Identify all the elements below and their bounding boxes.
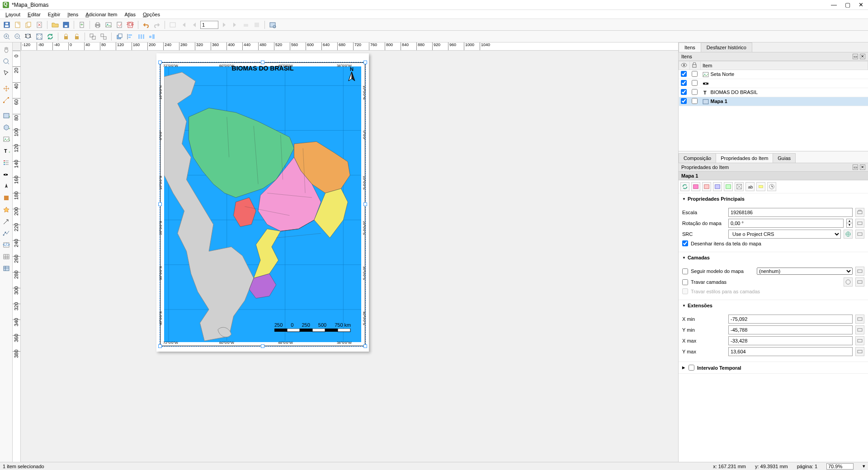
resize-handle[interactable]	[158, 344, 162, 348]
atlas-page-input[interactable]	[200, 21, 218, 29]
xmax-input[interactable]	[728, 336, 853, 345]
move-content-tool[interactable]	[1, 83, 12, 94]
duplicate-layout-button[interactable]	[24, 20, 33, 30]
zoom-tool[interactable]	[1, 56, 12, 67]
set-scale-button[interactable]	[713, 182, 722, 191]
labeling-button[interactable]: ab	[745, 182, 755, 191]
item-visible-checkbox[interactable]	[681, 98, 687, 104]
resize-handle[interactable]	[158, 202, 162, 206]
add-html-tool[interactable]: </>	[1, 240, 12, 250]
add-marker-tool[interactable]	[1, 204, 12, 215]
atlas-preview-button[interactable]	[168, 20, 178, 30]
tab-items[interactable]: Itens	[679, 42, 701, 52]
add-nodeitem-tool[interactable]	[1, 228, 12, 239]
select-tool[interactable]	[1, 68, 12, 79]
print-button[interactable]	[93, 20, 103, 30]
interactive-edit-button[interactable]	[735, 182, 744, 191]
section-header-extents[interactable]: Extensões	[679, 300, 868, 311]
group-button[interactable]	[88, 32, 98, 42]
resize-handle[interactable]	[363, 344, 367, 348]
tab-composition[interactable]: Composição	[679, 153, 716, 163]
export-image-button[interactable]	[104, 20, 113, 30]
align-button[interactable]	[125, 32, 135, 42]
export-pdf-button[interactable]: PDF	[125, 20, 135, 30]
draw-canvas-items-checkbox[interactable]	[682, 240, 688, 246]
item-lock-checkbox[interactable]	[692, 89, 698, 95]
list-item[interactable]: Mapa 1	[679, 97, 868, 106]
undo-button[interactable]	[141, 20, 151, 30]
menu-layout[interactable]: Layout	[2, 11, 24, 18]
layout-canvas[interactable]: BIOMAS DO BRASIL N 72°0'0"W 60°0'0"W 48°…	[21, 51, 678, 462]
clip-button[interactable]	[756, 182, 765, 191]
ungroup-button[interactable]	[99, 32, 108, 42]
close-button[interactable]: ✕	[859, 1, 863, 8]
tab-undo-history[interactable]: Desfazer histórico	[701, 42, 752, 52]
rotation-input[interactable]	[728, 219, 844, 228]
panel-undock-button[interactable]: ▭	[853, 164, 858, 170]
set-extent-canvas-button[interactable]	[691, 182, 700, 191]
delete-layout-button[interactable]	[34, 20, 44, 30]
spin-up[interactable]: ▲	[846, 219, 853, 223]
follow-map-checkbox[interactable]	[682, 268, 688, 274]
layout-page[interactable]: BIOMAS DO BRASIL N 72°0'0"W 60°0'0"W 48°…	[156, 53, 369, 352]
add-legend-tool[interactable]	[1, 157, 12, 168]
resize-handle[interactable]	[363, 61, 367, 64]
menu-opcoes[interactable]: Opções	[139, 11, 164, 18]
item-lock-checkbox[interactable]	[692, 98, 698, 104]
raise-button[interactable]	[114, 32, 124, 42]
escala-input[interactable]	[728, 208, 853, 217]
resize-handle[interactable]	[158, 61, 162, 64]
resize-handle[interactable]	[363, 202, 367, 206]
menu-editar[interactable]: Editar	[24, 11, 44, 18]
data-override-button[interactable]	[855, 277, 864, 287]
edit-nodes-tool[interactable]	[1, 95, 12, 106]
map-item[interactable]: BIOMAS DO BRASIL N 72°0'0"W 60°0'0"W 48°…	[160, 62, 365, 346]
data-override-button[interactable]	[855, 325, 864, 334]
spin-down[interactable]: ▼	[846, 223, 853, 228]
pan-tool[interactable]	[1, 44, 12, 55]
view-extent-button[interactable]	[702, 182, 711, 191]
data-override-button[interactable]	[855, 219, 864, 228]
refresh-map-button[interactable]	[680, 182, 689, 191]
minimize-button[interactable]: —	[831, 1, 837, 8]
follow-map-select[interactable]: (nenhum)	[757, 268, 853, 275]
crs-picker-button[interactable]	[844, 230, 853, 239]
ymin-input[interactable]	[728, 325, 853, 334]
data-override-button[interactable]	[855, 347, 864, 356]
new-layout-button[interactable]	[13, 20, 23, 30]
add-northarrow-tool[interactable]	[1, 181, 12, 192]
panel-undock-button[interactable]: ▭	[853, 54, 858, 59]
crs-select[interactable]: Use o Project CRS	[728, 230, 841, 239]
save-as-button[interactable]	[61, 20, 71, 30]
atlas-settings-button[interactable]	[268, 20, 278, 30]
item-visible-checkbox[interactable]	[681, 89, 687, 95]
atlas-last-button[interactable]	[230, 20, 240, 30]
panel-close-button[interactable]: ✕	[860, 54, 865, 59]
data-override-button[interactable]	[855, 315, 864, 324]
atlas-first-button[interactable]	[179, 20, 189, 30]
ymax-input[interactable]	[728, 347, 853, 356]
panel-close-button[interactable]: ✕	[860, 164, 865, 170]
list-item[interactable]: TBIOMAS DO BRASIL	[679, 88, 868, 97]
zoom-dropdown-icon[interactable]: ▾	[863, 463, 865, 469]
add-picture-tool[interactable]: +	[1, 134, 12, 145]
unlock-items-button[interactable]	[72, 32, 82, 42]
add-fixedtable-tool[interactable]	[1, 263, 12, 274]
zoom-extent-button[interactable]	[34, 32, 44, 42]
item-lock-checkbox[interactable]	[692, 80, 698, 86]
save-button[interactable]	[2, 20, 12, 30]
list-item[interactable]	[679, 79, 868, 88]
lock-layers-checkbox[interactable]	[682, 279, 688, 285]
add-scalebar-tool[interactable]	[1, 169, 12, 180]
add-shape-tool[interactable]	[1, 193, 12, 203]
section-header-temporal[interactable]: Intervalo Temporal	[679, 362, 868, 373]
data-override-button[interactable]	[855, 230, 864, 239]
menu-itens[interactable]: Itens	[64, 11, 82, 18]
section-header-layers[interactable]: Camadas	[679, 252, 868, 263]
open-folder-button[interactable]	[50, 20, 60, 30]
add-3dmap-tool[interactable]: +	[1, 122, 12, 133]
bookmark-extent-button[interactable]	[724, 182, 733, 191]
refresh-button[interactable]	[45, 32, 55, 42]
add-label-tool[interactable]: T+	[1, 146, 12, 156]
items-list[interactable]: Item Seta NorteTBIOMAS DO BRASILMapa 1	[679, 61, 868, 151]
